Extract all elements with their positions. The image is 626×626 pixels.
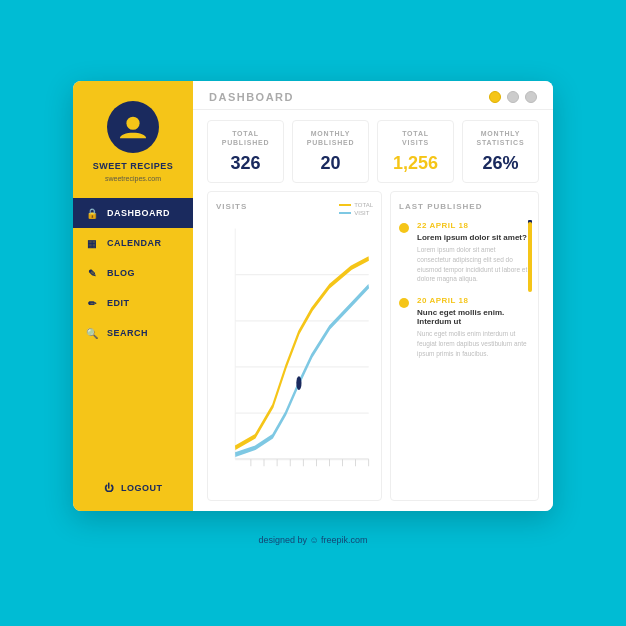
edit-icon: ✏ [85,296,99,310]
stats-row: TOTAL PUBLISHED 326 MONTHLY PUBLISHED 20… [193,110,553,191]
legend-dot-visit [339,212,351,214]
legend-total: TOTAL [339,202,373,208]
svg-point-7 [296,376,301,390]
legend-label-visit: VISIT [354,210,369,216]
main-content: DASHBOARD TOTAL PUBLISHED 326 MONTHLY PU… [193,81,553,511]
lp-date-2: 20 APRIL 18 [417,296,530,305]
svg-point-0 [126,117,139,130]
sidebar-item-search[interactable]: 🔍 SEARCH [73,318,193,348]
user-avatar-icon [118,112,148,142]
window-control-gray1[interactable] [507,91,519,103]
sidebar-item-calendar[interactable]: ▦ CALENDAR [73,228,193,258]
chart-card: VISITS TOTAL VISIT [207,191,382,501]
stat-value-total-published: 326 [214,153,277,174]
last-published-card: LAST PUBLISHED 22 APRIL 18 Lorem ipsum d… [390,191,539,501]
legend-label-total: TOTAL [354,202,373,208]
sidebar: SWEET RECIPES sweetrecipes.com 🔒 DASHBOA… [73,81,193,511]
lp-heading-1: Lorem ipsum dolor sit amet? [417,233,530,242]
chart-area [216,217,373,494]
logout-icon: ⏻ [104,483,114,493]
lp-item-2-content: 20 APRIL 18 Nunc eget mollis enim. Inter… [417,296,530,358]
dashboard-panel: SWEET RECIPES sweetrecipes.com 🔒 DASHBOA… [73,81,553,511]
stat-value-total-visits: 1,256 [384,153,447,174]
timeline-dot-2 [399,298,409,308]
lp-text-1: Lorem ipsum dolor sit amet consectetur a… [417,245,530,284]
stat-monthly-stats: MONTHLY STATISTICS 26% [462,120,539,183]
nav-menu: 🔒 DASHBOARD ▦ CALENDAR ✎ BLOG ✏ EDIT 🔍 [73,198,193,348]
last-published-title: LAST PUBLISHED [399,202,530,211]
window-control-gray2[interactable] [525,91,537,103]
avatar [107,101,159,153]
chart-legend: TOTAL VISIT [339,202,373,218]
stat-monthly-published: MONTHLY PUBLISHED 20 [292,120,369,183]
list-item: 22 APRIL 18 Lorem ipsum dolor sit amet? … [399,221,530,284]
pencil-icon [528,222,532,292]
stat-total-visits: TOTAL VISITS 1,256 [377,120,454,183]
bottom-section: VISITS TOTAL VISIT [193,191,553,511]
calendar-icon: ▦ [85,236,99,250]
search-icon: 🔍 [85,326,99,340]
stat-label-monthly-stats: MONTHLY STATISTICS [469,129,532,147]
stat-label-total-published: TOTAL PUBLISHED [214,129,277,147]
chart-svg [216,217,373,494]
window-controls [489,91,537,103]
sidebar-item-blog[interactable]: ✎ BLOG [73,258,193,288]
stat-label-total-visits: TOTAL VISITS [384,129,447,147]
logout-button[interactable]: ⏻ LOGOUT [92,475,175,501]
stat-value-monthly-stats: 26% [469,153,532,174]
window-control-yellow[interactable] [489,91,501,103]
lp-date-1: 22 APRIL 18 [417,221,530,230]
timeline-dot-1 [399,223,409,233]
site-name: SWEET RECIPES [93,161,174,171]
footer: designed by ☺ freepik.com [258,535,367,545]
site-sub: sweetrecipes.com [105,175,161,182]
lp-text-2: Nunc eget mollis enim interdum ut feugia… [417,329,530,358]
sidebar-item-edit[interactable]: ✏ EDIT [73,288,193,318]
legend-visit: VISIT [339,210,373,216]
lp-item-1-content: 22 APRIL 18 Lorem ipsum dolor sit amet? … [417,221,530,284]
footer-text: designed by ☺ freepik.com [258,535,367,545]
lock-icon: 🔒 [85,206,99,220]
blog-icon: ✎ [85,266,99,280]
stat-value-monthly-published: 20 [299,153,362,174]
sidebar-item-dashboard[interactable]: 🔒 DASHBOARD [73,198,193,228]
legend-dot-total [339,204,351,206]
topbar: DASHBOARD [193,81,553,110]
stat-total-published: TOTAL PUBLISHED 326 [207,120,284,183]
page-title: DASHBOARD [209,91,294,103]
lp-heading-2: Nunc eget mollis enim. Interdum ut [417,308,530,326]
stat-label-monthly-published: MONTHLY PUBLISHED [299,129,362,147]
list-item: 20 APRIL 18 Nunc eget mollis enim. Inter… [399,296,530,358]
